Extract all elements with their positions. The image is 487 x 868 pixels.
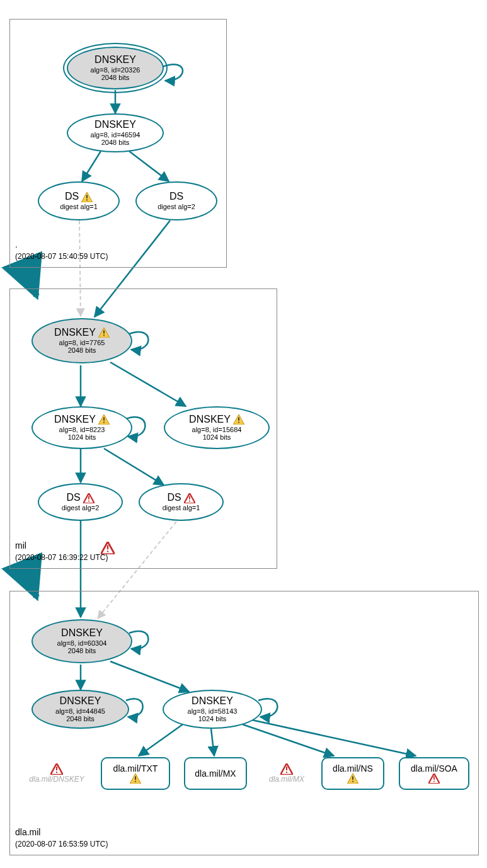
node-sub1: alg=8, id=44845 — [55, 707, 105, 716]
node-sub1: alg=8, id=8223 — [59, 426, 105, 434]
error-icon — [280, 763, 293, 775]
node-title: DS — [65, 191, 93, 202]
svg-rect-3 — [107, 551, 108, 552]
node-sub1: alg=8, id=46594 — [91, 131, 140, 139]
node-sub2: 2048 bits — [101, 139, 130, 147]
node-sub2: 2048 bits — [66, 715, 95, 723]
node-sub2: 1024 bits — [203, 433, 231, 442]
node-root-ksk[interactable]: DNSKEY alg=8, id=20326 2048 bits — [67, 47, 164, 89]
svg-rect-7 — [103, 422, 105, 423]
svg-rect-23 — [433, 781, 435, 782]
svg-rect-8 — [238, 418, 239, 421]
node-title: dla.mil/TXT — [113, 763, 158, 774]
node-sub2: 1024 bits — [68, 433, 96, 442]
node-title: DNSKEY — [189, 414, 244, 425]
svg-rect-12 — [189, 496, 190, 499]
zone-mil-timestamp: (2020-08-07 16:39:22 UTC) — [15, 553, 108, 562]
svg-rect-18 — [135, 776, 136, 779]
node-title: DNSKEY — [95, 54, 136, 66]
svg-rect-19 — [135, 781, 136, 782]
warning-icon — [347, 774, 358, 784]
node-title: DNSKEY — [95, 119, 136, 130]
zone-root-label: . — [15, 239, 18, 249]
node-title: DS — [66, 492, 94, 503]
node-title: DS — [169, 191, 183, 202]
svg-rect-5 — [103, 335, 105, 336]
warning-icon — [98, 328, 110, 338]
node-title: dla.mil/SOA — [411, 763, 457, 774]
node-root-ds1[interactable]: DS digest alg=1 — [38, 181, 120, 220]
node-mil-ds1[interactable]: DS digest alg=2 — [38, 483, 123, 521]
node-title: DNSKEY — [61, 627, 103, 639]
svg-rect-10 — [88, 496, 89, 499]
svg-rect-2 — [107, 545, 108, 550]
svg-rect-15 — [56, 772, 57, 773]
node-sub1: alg=8, id=20326 — [91, 66, 140, 74]
node-title: DNSKEY — [60, 695, 101, 707]
ghost-mx: dla.mil/MX — [261, 763, 312, 784]
node-mil-ds2[interactable]: DS digest alg=1 — [139, 483, 224, 521]
node-title: dla.mil/MX — [195, 768, 236, 779]
error-icon — [50, 763, 63, 775]
svg-rect-4 — [103, 331, 105, 334]
ghost-dnskey: dla.mil/DNSKEY — [22, 763, 91, 784]
svg-rect-11 — [88, 500, 89, 501]
node-sub2: 2048 bits — [68, 346, 96, 355]
zone-dla-label: dla.mil — [15, 827, 40, 837]
node-sub1: alg=8, id=58143 — [188, 707, 238, 716]
node-title: DNSKEY — [54, 327, 110, 338]
ghost-label: dla.mil/DNSKEY — [29, 775, 84, 784]
node-sub1: digest alg=2 — [158, 203, 195, 211]
node-mil-zsk2[interactable]: DNSKEY alg=8, id=15684 1024 bits — [164, 406, 270, 449]
node-sub1: digest alg=1 — [60, 203, 98, 211]
node-sub1: alg=8, id=15684 — [192, 426, 242, 434]
node-title: DNSKEY — [54, 414, 110, 425]
error-icon — [428, 774, 440, 784]
node-sub1: alg=8, id=60304 — [57, 639, 107, 648]
warning-icon — [130, 774, 141, 784]
node-title: DS — [167, 492, 195, 503]
zone-root-timestamp: (2020-08-07 15:40:59 UTC) — [15, 252, 108, 261]
warning-icon — [81, 192, 93, 202]
node-title: dla.mil/NS — [333, 763, 373, 774]
ghost-label: dla.mil/MX — [269, 775, 304, 784]
node-mil-ksk[interactable]: DNSKEY alg=8, id=7765 2048 bits — [32, 318, 132, 363]
zone-mil-error-icon — [101, 542, 115, 557]
svg-rect-1 — [86, 199, 88, 200]
node-sub2: 1024 bits — [198, 715, 227, 723]
svg-rect-20 — [352, 776, 353, 779]
svg-rect-13 — [189, 500, 190, 501]
node-rr-ns[interactable]: dla.mil/NS — [321, 757, 384, 790]
node-sub1: alg=8, id=7765 — [59, 339, 105, 347]
svg-rect-17 — [286, 772, 287, 773]
node-sub1: digest alg=2 — [62, 504, 100, 512]
svg-rect-6 — [103, 418, 105, 421]
node-mil-zsk1[interactable]: DNSKEY alg=8, id=8223 1024 bits — [32, 406, 132, 449]
node-dla-ksk[interactable]: DNSKEY alg=8, id=60304 2048 bits — [32, 619, 132, 663]
warning-icon — [233, 414, 244, 425]
node-rr-soa[interactable]: dla.mil/SOA — [399, 757, 469, 790]
node-root-ds2[interactable]: DS digest alg=2 — [135, 181, 217, 220]
node-sub2: 2048 bits — [68, 647, 96, 655]
svg-rect-14 — [56, 767, 57, 770]
node-sub1: digest alg=1 — [163, 504, 200, 512]
svg-rect-22 — [433, 776, 435, 779]
node-sub2: 2048 bits — [101, 74, 130, 82]
error-icon — [184, 493, 195, 503]
node-rr-txt[interactable]: dla.mil/TXT — [101, 757, 170, 790]
zone-dla-timestamp: (2020-08-07 16:53:59 UTC) — [15, 840, 108, 848]
svg-rect-0 — [86, 195, 88, 198]
svg-rect-21 — [352, 781, 353, 782]
node-dla-zsk1[interactable]: DNSKEY alg=8, id=44845 2048 bits — [32, 690, 129, 729]
error-icon — [83, 493, 95, 503]
node-rr-mx[interactable]: dla.mil/MX — [184, 757, 247, 790]
svg-rect-9 — [238, 422, 239, 423]
warning-icon — [98, 414, 110, 425]
zone-mil-label: mil — [15, 540, 26, 551]
svg-rect-16 — [286, 767, 287, 770]
node-title: DNSKEY — [192, 695, 233, 707]
node-dla-zsk2[interactable]: DNSKEY alg=8, id=58143 1024 bits — [163, 690, 262, 729]
node-root-zsk[interactable]: DNSKEY alg=8, id=46594 2048 bits — [67, 113, 164, 152]
